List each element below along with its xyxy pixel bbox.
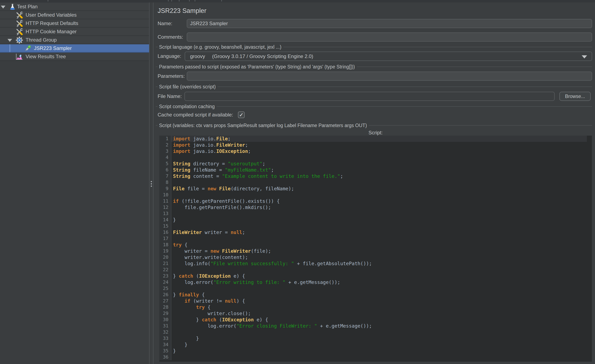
language-dropdown[interactable]: groovy (Groovy 3.0.17 / Groovy Scripting… (185, 52, 592, 61)
line-number: 21 (159, 261, 171, 267)
code-line-text: writer.write(content); (171, 254, 592, 261)
tree-item-http-request-defaults[interactable]: HTTP Request Defaults (0, 19, 149, 28)
tree-item-thread-group[interactable]: Thread Group (0, 36, 149, 44)
tree-main-splitter[interactable] (149, 2, 153, 364)
tree-item-label: HTTP Cookie Manager (26, 28, 77, 35)
cache-group-title: Script compilation caching (159, 104, 215, 110)
code-line: 3import java.io.IOException; (159, 148, 592, 154)
line-number: 19 (159, 248, 171, 254)
name-input-value: JSR223 Sampler (190, 21, 228, 27)
toolbar-remnant-tick (168, 0, 169, 1)
file-name-input[interactable] (184, 92, 555, 101)
code-line: 14} (159, 217, 592, 223)
line-number: 11 (159, 198, 171, 204)
line-number: 25 (159, 285, 171, 292)
page-title: JSR223 Sampler (158, 7, 206, 14)
toolbar-remnant-tick (221, 0, 222, 1)
code-line-text: try { (171, 304, 592, 310)
chevron-down-icon (582, 55, 587, 58)
cache-compiled-script-checkbox[interactable]: ✓ (238, 111, 245, 118)
code-line-text (171, 192, 592, 198)
name-input[interactable]: JSR223 Sampler (187, 19, 592, 28)
tree-item-user-defined-variables[interactable]: User Defined Variables (0, 11, 149, 19)
code-line: 35} (159, 348, 592, 354)
tree-item-jsr223-sampler[interactable]: JSR223 Sampler (0, 44, 149, 53)
line-number: 23 (159, 273, 171, 279)
code-line-text: String fileName = "myFileName.txt"; (171, 167, 592, 173)
line-number: 12 (159, 204, 171, 211)
tree-item-view-results-tree[interactable]: View Results Tree (0, 53, 149, 61)
code-line: 10 (159, 192, 592, 198)
parameters-group-title: Parameters passed to script (exposed as … (159, 64, 355, 70)
code-line: 26} finally { (159, 292, 592, 298)
code-line: 7String content = "Example content to wr… (159, 173, 592, 179)
line-number: 29 (159, 310, 171, 316)
code-line: 25 (159, 285, 592, 292)
comments-input[interactable] (187, 33, 592, 41)
line-number: 4 (159, 154, 171, 161)
code-line: 16FileWriter writer = null; (159, 229, 592, 235)
toolbar-remnant-tick (171, 0, 172, 1)
code-line-text: if (!file.getParentFile().exists()) { (171, 198, 592, 204)
parameters-input[interactable] (187, 72, 592, 81)
line-number: 14 (159, 217, 171, 223)
code-line: 11if (!file.getParentFile().exists()) { (159, 198, 592, 204)
line-number: 35 (159, 348, 171, 354)
code-line: 15 (159, 223, 592, 229)
code-line: 29 writer.close(); (159, 310, 592, 316)
script-language-group-title: Script language (e.g. groovy, beanshell,… (159, 44, 282, 50)
script-code-editor[interactable]: 1import java.io.File;2import java.io.Fil… (159, 136, 592, 362)
code-line: 23} catch (IOException e) { (159, 273, 592, 279)
line-number: 17 (159, 235, 171, 242)
line-number: 15 (159, 223, 171, 229)
expand-collapse-icon[interactable] (1, 6, 5, 8)
toolbar-bottom-edge (0, 0, 595, 2)
splitter-grip-dot (151, 185, 152, 187)
test-plan-flask-icon (8, 4, 17, 10)
line-number: 31 (159, 323, 171, 329)
jmeter-window: { "colors": { "panel_bg": "#3B3E40", "tr… (0, 0, 595, 364)
code-line: 9File file = new File(directory, fileNam… (159, 185, 592, 192)
thread-group-gear-icon (15, 37, 23, 43)
line-number: 20 (159, 254, 171, 261)
line-number: 3 (159, 148, 171, 154)
tree-item-label: View Results Tree (26, 53, 66, 60)
tree-item-http-cookie-manager[interactable]: HTTP Cookie Manager (0, 28, 149, 36)
config-tools-icon (15, 28, 23, 35)
line-number: 2 (159, 142, 171, 148)
code-line-text: } catch (IOException e) { (171, 273, 592, 279)
code-line: 1import java.io.File; (159, 136, 592, 142)
browse-button[interactable]: Browse... (560, 92, 591, 101)
line-number: 6 (159, 167, 171, 173)
line-number: 1 (159, 136, 171, 142)
test-plan-tree[interactable]: Test Plan User Defined Variables HTTP Re… (0, 2, 149, 364)
tree-item-label: HTTP Request Defaults (26, 19, 78, 27)
code-line: 2import java.io.FileWriter; (159, 142, 592, 148)
code-line: 17 (159, 235, 592, 242)
line-number: 22 (159, 267, 171, 273)
code-line-text: } (171, 342, 592, 348)
tree-item-label: JSR223 Sampler (34, 44, 72, 52)
code-line-text: String content = "Example content to wri… (171, 173, 592, 179)
name-label: Name: (158, 19, 172, 28)
code-line-text: log.error("Error closing FileWriter: " +… (171, 323, 592, 329)
tree-item-test-plan[interactable]: Test Plan (0, 3, 149, 11)
tree-item-label: Test Plan (17, 3, 38, 10)
line-number: 34 (159, 342, 171, 348)
code-line: 12 file.getParentFile().mkdirs(); (159, 204, 592, 211)
code-line-text: String directory = "useroutput"; (171, 161, 592, 167)
toolbar-remnant-tick (48, 0, 48, 1)
code-line-text (171, 235, 592, 242)
line-number: 27 (159, 298, 171, 304)
code-line-text: import java.io.FileWriter; (171, 142, 592, 148)
code-line-text (171, 354, 592, 360)
code-line-text: try { (171, 242, 592, 248)
code-line-text: FileWriter writer = null; (171, 229, 592, 235)
line-number: 5 (159, 161, 171, 167)
cache-group-border: Script compilation caching (156, 103, 592, 110)
line-number: 36 (159, 354, 171, 360)
expand-collapse-icon[interactable] (7, 39, 12, 42)
comments-label: Comments: (158, 33, 183, 41)
code-line-text: import java.io.File; (171, 136, 592, 142)
code-line-text: log.info("File written successfully: " +… (171, 261, 592, 267)
